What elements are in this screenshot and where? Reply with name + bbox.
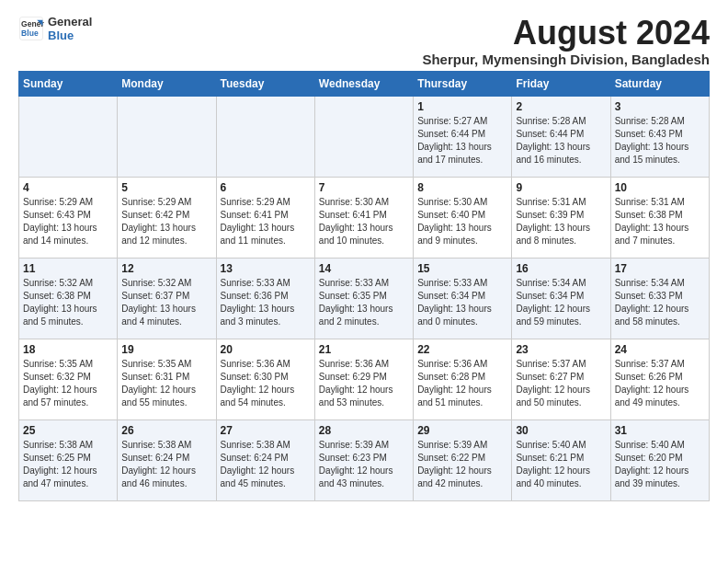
day-info: Sunrise: 5:36 AM Sunset: 6:30 PM Dayligh… xyxy=(221,358,311,409)
calendar-cell: 28Sunrise: 5:39 AM Sunset: 6:23 PM Dayli… xyxy=(314,419,413,500)
week-row-3: 11Sunrise: 5:32 AM Sunset: 6:38 PM Dayli… xyxy=(19,258,710,339)
day-info: Sunrise: 5:40 AM Sunset: 6:20 PM Dayligh… xyxy=(615,439,705,490)
day-number: 31 xyxy=(615,424,705,437)
day-info: Sunrise: 5:34 AM Sunset: 6:33 PM Dayligh… xyxy=(615,277,705,328)
calendar-cell: 25Sunrise: 5:38 AM Sunset: 6:25 PM Dayli… xyxy=(19,419,118,500)
day-number: 19 xyxy=(121,343,211,356)
page: General Blue General Blue August 2024 Sh… xyxy=(0,0,728,516)
day-info: Sunrise: 5:32 AM Sunset: 6:38 PM Dayligh… xyxy=(23,277,113,328)
day-number: 8 xyxy=(417,181,507,194)
calendar-cell: 4Sunrise: 5:29 AM Sunset: 6:43 PM Daylig… xyxy=(19,177,118,258)
day-info: Sunrise: 5:29 AM Sunset: 6:42 PM Dayligh… xyxy=(121,196,211,247)
day-info: Sunrise: 5:39 AM Sunset: 6:23 PM Dayligh… xyxy=(319,439,409,490)
week-row-2: 4Sunrise: 5:29 AM Sunset: 6:43 PM Daylig… xyxy=(19,177,710,258)
calendar-cell: 5Sunrise: 5:29 AM Sunset: 6:42 PM Daylig… xyxy=(118,177,216,258)
logo-line1: General xyxy=(48,15,92,29)
day-number: 22 xyxy=(417,343,507,356)
main-title: August 2024 xyxy=(422,15,710,52)
header-cell-sunday: Sunday xyxy=(19,71,118,96)
calendar-cell: 16Sunrise: 5:34 AM Sunset: 6:34 PM Dayli… xyxy=(512,258,610,339)
title-block: August 2024 Sherpur, Mymensingh Division… xyxy=(422,15,710,67)
header-cell-monday: Monday xyxy=(118,71,216,96)
day-info: Sunrise: 5:39 AM Sunset: 6:22 PM Dayligh… xyxy=(417,439,507,490)
day-info: Sunrise: 5:29 AM Sunset: 6:43 PM Dayligh… xyxy=(23,196,113,247)
day-info: Sunrise: 5:40 AM Sunset: 6:21 PM Dayligh… xyxy=(516,439,606,490)
day-number: 17 xyxy=(615,262,705,275)
calendar-table: SundayMondayTuesdayWednesdayThursdayFrid… xyxy=(18,71,710,501)
logo-line2: Blue xyxy=(48,29,92,42)
calendar-cell: 15Sunrise: 5:33 AM Sunset: 6:34 PM Dayli… xyxy=(414,258,512,339)
day-number: 5 xyxy=(121,181,211,194)
day-number: 18 xyxy=(23,343,113,356)
calendar-cell xyxy=(118,96,216,177)
day-info: Sunrise: 5:38 AM Sunset: 6:24 PM Dayligh… xyxy=(221,439,311,490)
calendar-cell: 30Sunrise: 5:40 AM Sunset: 6:21 PM Dayli… xyxy=(512,419,610,500)
week-row-5: 25Sunrise: 5:38 AM Sunset: 6:25 PM Dayli… xyxy=(19,419,710,500)
day-info: Sunrise: 5:29 AM Sunset: 6:41 PM Dayligh… xyxy=(221,196,311,247)
day-info: Sunrise: 5:31 AM Sunset: 6:39 PM Dayligh… xyxy=(516,196,606,247)
day-info: Sunrise: 5:34 AM Sunset: 6:34 PM Dayligh… xyxy=(516,277,606,328)
header-cell-thursday: Thursday xyxy=(414,71,512,96)
calendar-cell: 24Sunrise: 5:37 AM Sunset: 6:26 PM Dayli… xyxy=(610,339,709,419)
day-number: 25 xyxy=(23,424,113,437)
day-number: 24 xyxy=(615,343,705,356)
week-row-1: 1Sunrise: 5:27 AM Sunset: 6:44 PM Daylig… xyxy=(19,96,710,177)
day-number: 11 xyxy=(23,262,113,275)
calendar-cell: 19Sunrise: 5:35 AM Sunset: 6:31 PM Dayli… xyxy=(118,339,216,419)
day-info: Sunrise: 5:28 AM Sunset: 6:44 PM Dayligh… xyxy=(516,115,606,167)
day-number: 14 xyxy=(319,262,409,275)
calendar-cell: 11Sunrise: 5:32 AM Sunset: 6:38 PM Dayli… xyxy=(19,258,118,339)
calendar-cell: 26Sunrise: 5:38 AM Sunset: 6:24 PM Dayli… xyxy=(118,419,216,500)
day-info: Sunrise: 5:33 AM Sunset: 6:35 PM Dayligh… xyxy=(319,277,409,328)
day-number: 12 xyxy=(121,262,211,275)
day-info: Sunrise: 5:30 AM Sunset: 6:40 PM Dayligh… xyxy=(417,196,507,247)
calendar-cell: 18Sunrise: 5:35 AM Sunset: 6:32 PM Dayli… xyxy=(19,339,118,419)
day-number: 13 xyxy=(221,262,311,275)
logo-text: General Blue xyxy=(48,15,92,42)
day-number: 26 xyxy=(121,424,211,437)
calendar-cell: 31Sunrise: 5:40 AM Sunset: 6:20 PM Dayli… xyxy=(610,419,709,500)
day-number: 20 xyxy=(221,343,311,356)
svg-text:Blue: Blue xyxy=(21,29,39,38)
day-number: 1 xyxy=(417,100,507,113)
calendar-cell: 14Sunrise: 5:33 AM Sunset: 6:35 PM Dayli… xyxy=(314,258,413,339)
day-info: Sunrise: 5:38 AM Sunset: 6:24 PM Dayligh… xyxy=(121,439,211,490)
day-info: Sunrise: 5:37 AM Sunset: 6:27 PM Dayligh… xyxy=(516,358,606,409)
calendar-cell xyxy=(216,96,314,177)
day-info: Sunrise: 5:37 AM Sunset: 6:26 PM Dayligh… xyxy=(615,358,705,409)
calendar-cell xyxy=(19,96,118,177)
day-number: 15 xyxy=(417,262,507,275)
day-number: 6 xyxy=(221,181,311,194)
day-info: Sunrise: 5:33 AM Sunset: 6:34 PM Dayligh… xyxy=(417,277,507,328)
calendar-cell: 7Sunrise: 5:30 AM Sunset: 6:41 PM Daylig… xyxy=(314,177,413,258)
calendar-cell: 10Sunrise: 5:31 AM Sunset: 6:38 PM Dayli… xyxy=(610,177,709,258)
calendar-cell: 21Sunrise: 5:36 AM Sunset: 6:29 PM Dayli… xyxy=(314,339,413,419)
day-number: 2 xyxy=(516,100,606,113)
calendar-cell: 27Sunrise: 5:38 AM Sunset: 6:24 PM Dayli… xyxy=(216,419,314,500)
week-row-4: 18Sunrise: 5:35 AM Sunset: 6:32 PM Dayli… xyxy=(19,339,710,419)
day-number: 23 xyxy=(516,343,606,356)
calendar-cell: 6Sunrise: 5:29 AM Sunset: 6:41 PM Daylig… xyxy=(216,177,314,258)
day-number: 3 xyxy=(615,100,705,113)
day-info: Sunrise: 5:35 AM Sunset: 6:32 PM Dayligh… xyxy=(23,358,113,409)
day-number: 9 xyxy=(516,181,606,194)
day-info: Sunrise: 5:31 AM Sunset: 6:38 PM Dayligh… xyxy=(615,196,705,247)
day-number: 21 xyxy=(319,343,409,356)
calendar-cell: 9Sunrise: 5:31 AM Sunset: 6:39 PM Daylig… xyxy=(512,177,610,258)
day-number: 16 xyxy=(516,262,606,275)
calendar-cell: 20Sunrise: 5:36 AM Sunset: 6:30 PM Dayli… xyxy=(216,339,314,419)
day-info: Sunrise: 5:35 AM Sunset: 6:31 PM Dayligh… xyxy=(121,358,211,409)
day-info: Sunrise: 5:36 AM Sunset: 6:28 PM Dayligh… xyxy=(417,358,507,409)
day-number: 28 xyxy=(319,424,409,437)
calendar-cell: 22Sunrise: 5:36 AM Sunset: 6:28 PM Dayli… xyxy=(414,339,512,419)
calendar-cell: 12Sunrise: 5:32 AM Sunset: 6:37 PM Dayli… xyxy=(118,258,216,339)
calendar-cell: 2Sunrise: 5:28 AM Sunset: 6:44 PM Daylig… xyxy=(512,96,610,177)
calendar-cell: 29Sunrise: 5:39 AM Sunset: 6:22 PM Dayli… xyxy=(414,419,512,500)
calendar-cell: 23Sunrise: 5:37 AM Sunset: 6:27 PM Dayli… xyxy=(512,339,610,419)
calendar-cell: 1Sunrise: 5:27 AM Sunset: 6:44 PM Daylig… xyxy=(414,96,512,177)
day-number: 29 xyxy=(417,424,507,437)
day-info: Sunrise: 5:32 AM Sunset: 6:37 PM Dayligh… xyxy=(121,277,211,328)
logo-icon: General Blue xyxy=(18,16,44,41)
header-cell-saturday: Saturday xyxy=(610,71,709,96)
calendar-cell: 13Sunrise: 5:33 AM Sunset: 6:36 PM Dayli… xyxy=(216,258,314,339)
